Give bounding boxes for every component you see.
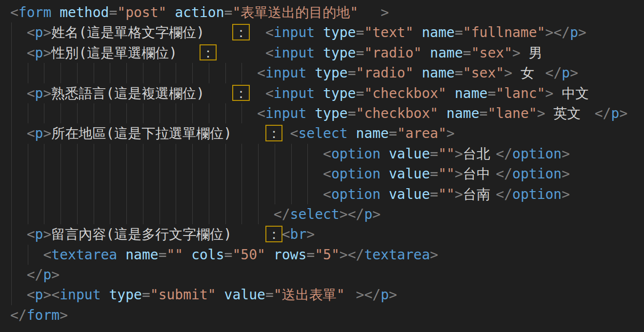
syntax-token: > <box>60 305 68 325</box>
syntax-token: < <box>323 164 331 184</box>
syntax-token: = <box>224 2 233 22</box>
syntax-token: p <box>570 22 578 42</box>
code-line: <optionvalue="">台中</option> <box>0 164 644 184</box>
code-line: <p>姓名(這是單格文字欄位)：<inputtype="text"name="f… <box>0 22 644 42</box>
syntax-token: < <box>27 123 35 143</box>
indent-guide <box>126 63 127 83</box>
indent-guide <box>11 245 12 265</box>
syntax-token: "text" <box>364 22 413 42</box>
indent-guide <box>275 184 275 204</box>
syntax-token: p <box>35 83 43 103</box>
syntax-token: > <box>306 224 315 244</box>
syntax-token: option <box>512 144 562 164</box>
syntax-token: > <box>562 144 570 164</box>
syntax-token: input <box>265 63 306 83</box>
syntax-token: name <box>356 123 389 143</box>
syntax-token: "送出表單" <box>274 285 345 305</box>
indent-guide <box>126 184 127 204</box>
code-line: </form> <box>0 305 644 325</box>
syntax-token: 男 <box>529 43 543 63</box>
indent-guide <box>60 184 61 204</box>
indent-guide <box>225 144 226 164</box>
indent-guide <box>94 204 94 224</box>
syntax-token: "表單送出的目的地" <box>232 2 358 22</box>
syntax-token: < <box>290 123 299 143</box>
syntax-token: = <box>306 245 315 265</box>
syntax-token: type <box>315 103 347 123</box>
syntax-token: p <box>35 285 43 305</box>
syntax-token: = <box>455 22 463 42</box>
syntax-token: = <box>430 164 438 184</box>
indent-guide <box>242 164 242 184</box>
code-line: <p>熟悉語言(這是複選欄位)：<inputtype="checkbox"nam… <box>0 83 644 103</box>
syntax-token: type <box>109 285 141 305</box>
syntax-token: textarea <box>364 245 430 265</box>
indent-guide <box>160 184 160 204</box>
indent-guide <box>94 184 94 204</box>
syntax-token: < <box>27 22 35 42</box>
code-line: <p>性別(這是單選欄位)：<inputtype="radio"name="se… <box>0 43 644 63</box>
syntax-token: > <box>372 204 381 224</box>
syntax-token: "submit" <box>150 285 216 305</box>
syntax-token: option <box>512 184 562 204</box>
syntax-token: p <box>35 43 43 63</box>
syntax-token: = <box>224 245 233 265</box>
indent-guide <box>44 204 44 224</box>
syntax-token: "radio" <box>364 43 422 63</box>
syntax-token: > <box>570 63 578 83</box>
indent-guide <box>160 204 160 224</box>
syntax-token: "" <box>438 144 455 164</box>
indent-guide <box>225 164 226 184</box>
indent-guide <box>126 164 127 184</box>
syntax-token: </ <box>10 305 27 325</box>
code-editor[interactable]: <formmethod="post"action="表單送出的目的地"><p>姓… <box>0 0 644 332</box>
indent-guide <box>28 63 28 83</box>
syntax-token: </ <box>595 103 611 123</box>
syntax-token: name <box>455 83 487 103</box>
syntax-token: "" <box>438 164 455 184</box>
syntax-token: type <box>323 83 356 103</box>
indent-guide <box>242 103 242 123</box>
indent-guide <box>44 63 44 83</box>
syntax-token: value <box>389 164 430 184</box>
syntax-token: textarea <box>51 245 117 265</box>
indent-guide <box>258 184 259 204</box>
indent-guide <box>94 144 94 164</box>
indent-guide <box>209 184 209 204</box>
syntax-token: ></ <box>356 285 381 305</box>
syntax-token: ></ <box>545 22 570 42</box>
syntax-token: "lanc" <box>496 83 545 103</box>
indent-guide <box>11 164 12 184</box>
syntax-token: method <box>60 2 109 22</box>
syntax-token: br <box>290 224 307 244</box>
syntax-token: </ <box>496 144 512 164</box>
syntax-token: < <box>265 43 274 63</box>
indent-guide <box>77 103 78 123</box>
syntax-token: name <box>446 103 479 123</box>
syntax-token: "50" <box>232 245 265 265</box>
indent-guide <box>28 245 28 265</box>
syntax-token: = <box>265 285 274 305</box>
syntax-token: = <box>142 285 150 305</box>
indent-guide <box>11 224 12 244</box>
syntax-token: "area" <box>397 123 446 143</box>
syntax-token: value <box>389 184 430 204</box>
indent-guide <box>291 184 292 204</box>
syntax-token: = <box>463 43 471 63</box>
syntax-token: cols <box>191 245 224 265</box>
indent-guide <box>143 204 143 224</box>
indent-guide <box>225 204 226 224</box>
syntax-token: name <box>422 63 455 83</box>
indent-guide <box>60 63 61 83</box>
syntax-token: = <box>348 103 356 123</box>
syntax-token: 中文 <box>562 83 589 103</box>
syntax-token: 女 <box>521 63 534 83</box>
indent-guide <box>192 184 193 204</box>
indent-guide <box>258 144 259 164</box>
indent-guide <box>126 103 127 123</box>
syntax-token: < <box>257 63 265 83</box>
indent-guide <box>11 43 12 63</box>
syntax-token: 性別(這是單選欄位) <box>51 43 177 63</box>
indent-guide <box>44 184 44 204</box>
indent-guide <box>275 164 275 184</box>
